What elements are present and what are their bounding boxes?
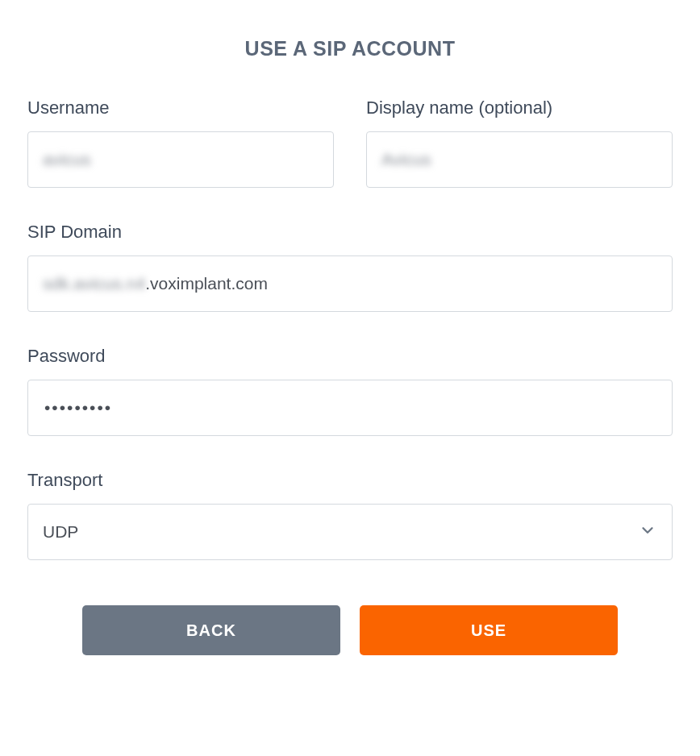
sip-domain-label: SIP Domain	[27, 222, 673, 243]
username-field-group: Username avicus	[27, 98, 334, 188]
username-input[interactable]: avicus	[27, 131, 334, 188]
password-value[interactable]	[43, 397, 657, 418]
password-input[interactable]	[27, 380, 673, 436]
back-button[interactable]: BACK	[82, 605, 340, 655]
username-value-obscured: avicus	[43, 150, 91, 169]
transport-label: Transport	[27, 470, 673, 491]
sip-domain-prefix-obscured: sdk.avicus.n4	[43, 274, 145, 293]
display-name-input[interactable]: Avicus	[366, 131, 673, 188]
password-label: Password	[27, 346, 673, 367]
username-label: Username	[27, 98, 334, 118]
sip-domain-suffix: .voximplant.com	[145, 274, 268, 293]
page-title: USE A SIP ACCOUNT	[27, 37, 673, 60]
use-button[interactable]: USE	[360, 605, 618, 655]
sip-domain-input[interactable]: sdk.avicus.n4 .voximplant.com	[27, 255, 673, 312]
transport-select[interactable]: UDP	[27, 504, 673, 560]
transport-value: UDP	[43, 522, 78, 542]
sip-domain-field-group: SIP Domain sdk.avicus.n4 .voximplant.com	[27, 222, 673, 312]
display-name-value-obscured: Avicus	[381, 150, 431, 169]
display-name-field-group: Display name (optional) Avicus	[366, 98, 673, 188]
display-name-label: Display name (optional)	[366, 98, 673, 118]
transport-field-group: Transport UDP	[27, 470, 673, 560]
password-field-group: Password	[27, 346, 673, 436]
